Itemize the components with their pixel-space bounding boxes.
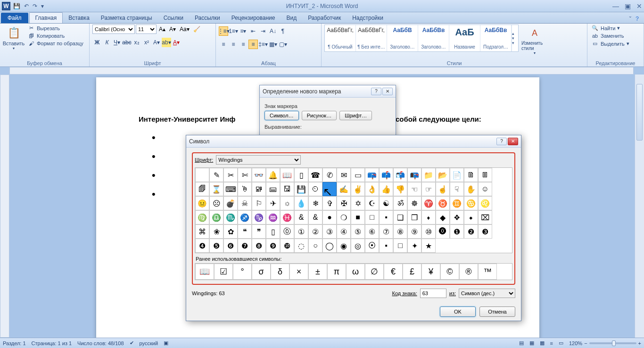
tab-insert[interactable]: Вставка [63, 13, 95, 23]
numbering-button[interactable]: 1≡▾ [229, 26, 238, 36]
zoom-thumb[interactable] [612, 340, 616, 346]
symbol-button[interactable]: Символ… [264, 111, 299, 120]
zoom-level[interactable]: 120% [569, 340, 582, 346]
sort-icon[interactable]: A↓ [268, 26, 278, 36]
dialog-titlebar[interactable]: Символ ?✕ [186, 135, 521, 148]
symbol-cell[interactable]: 📄 [450, 168, 464, 182]
symbol-cell[interactable]: ⌛ [209, 182, 223, 196]
clear-format-icon[interactable]: 🧹 [192, 26, 202, 33]
style-nospacing[interactable]: АаБбВвГг,¶ Без инте… [356, 25, 387, 51]
symbol-cell[interactable]: ✍ [337, 182, 351, 196]
symbol-cell[interactable]: 💧 [294, 196, 308, 210]
symbol-cell[interactable]: ☺ [478, 182, 492, 196]
symbol-cell[interactable]: 💾 [294, 182, 308, 196]
recent-symbol-cell[interactable]: © [440, 264, 459, 280]
replace-button[interactable]: abЗаменить [590, 33, 630, 39]
recent-symbol-cell[interactable]: σ [252, 264, 271, 280]
symbol-cell[interactable]: 👎 [393, 182, 407, 196]
symbol-cell[interactable]: ☸ [407, 196, 421, 210]
symbol-cell[interactable]: 🖳 [252, 182, 266, 196]
symbol-cell[interactable]: 🖫 [280, 182, 294, 196]
symbol-cell[interactable]: ▪ [379, 210, 393, 224]
symbol-cell[interactable]: 👓 [252, 168, 266, 182]
recent-symbol-cell[interactable]: δ [271, 264, 289, 280]
symbol-cell[interactable]: 🔔 [266, 168, 280, 182]
recent-symbol-cell[interactable]: π [327, 264, 346, 280]
recent-symbol-cell[interactable]: ☑ [214, 264, 233, 280]
help-icon[interactable]: ? [371, 88, 381, 95]
select-button[interactable]: ▭Выделить▾ [590, 40, 630, 47]
symbol-cell[interactable]: ⬧ [421, 210, 436, 224]
symbol-cell[interactable]: ⓪ [280, 224, 294, 239]
symbol-cell[interactable] [195, 168, 209, 182]
symbol-cell[interactable]: ⌧ [478, 210, 492, 224]
zoom-in-icon[interactable]: + [638, 340, 641, 346]
symbol-cell[interactable]: 🖴 [266, 182, 280, 196]
close-icon[interactable]: ✕ [636, 2, 642, 10]
recent-symbol-cell[interactable]: ° [233, 264, 252, 280]
view-draft-icon[interactable]: ▭ [559, 340, 563, 346]
symbol-cell[interactable]: ♑ [252, 210, 266, 224]
symbol-cell[interactable]: ▪ [379, 239, 393, 253]
superscript-button[interactable]: x² [142, 38, 151, 47]
symbol-cell[interactable]: ▯ [294, 168, 308, 182]
cut-button[interactable]: ✂Вырезать [26, 25, 84, 32]
font-button[interactable]: Шрифт… [339, 111, 372, 120]
symbol-cell[interactable]: ④ [337, 224, 351, 239]
symbol-cell[interactable]: ◌ [294, 239, 308, 253]
format-painter-button[interactable]: 🖌Формат по образцу [26, 40, 84, 47]
symbol-cell[interactable]: ❸ [478, 224, 492, 239]
dialog-titlebar[interactable]: Определение нового маркера ?✕ [260, 85, 396, 98]
symbol-cell[interactable]: □ [365, 210, 379, 224]
symbol-cell[interactable] [322, 182, 337, 196]
find-button[interactable]: 🔍Найти▾ [590, 25, 630, 32]
symbol-cell[interactable]: ★ [421, 239, 436, 253]
align-left-icon[interactable]: ≡ [219, 40, 228, 49]
symbol-cell[interactable]: ♏ [223, 210, 238, 224]
bullets-button[interactable]: ⋮≡▾ [219, 26, 228, 36]
tab-review[interactable]: Рецензирование [226, 13, 281, 23]
symbol-cell[interactable]: ❝ [238, 224, 252, 239]
code-input[interactable] [420, 289, 446, 298]
symbol-cell[interactable]: ♐ [238, 210, 252, 224]
symbol-cell[interactable]: & [308, 210, 322, 224]
picture-button[interactable]: Рисунок… [302, 111, 337, 120]
undo-icon[interactable]: ↶ [23, 3, 30, 9]
symbol-cell[interactable]: ☪ [365, 196, 379, 210]
gallery-up-icon[interactable]: ▴ [512, 31, 518, 36]
symbol-cell[interactable]: 🖰 [238, 182, 252, 196]
symbol-cell[interactable]: ⑧ [393, 224, 407, 239]
symbol-cell[interactable]: ☜ [407, 182, 421, 196]
align-center-icon[interactable]: ≡ [229, 40, 238, 49]
symbol-cell[interactable]: ⑨ [407, 224, 421, 239]
help-icon[interactable]: ? [496, 138, 507, 145]
status-page[interactable]: Страница: 1 из 1 [32, 340, 72, 346]
symbol-cell[interactable]: ♍ [195, 210, 209, 224]
symbol-cell[interactable]: & [294, 210, 308, 224]
symbol-cell[interactable]: 👌 [365, 182, 379, 196]
change-case-icon[interactable]: Aa▾ [178, 26, 191, 33]
symbol-cell[interactable]: ⚐ [252, 196, 266, 210]
symbol-cell[interactable]: ♉ [436, 196, 450, 210]
scrollbar-thumb[interactable] [636, 84, 643, 141]
font-size-select[interactable]: 11 [136, 25, 157, 34]
symbol-cell[interactable]: ♋ [464, 196, 478, 210]
symbol-cell[interactable]: ॐ [393, 196, 407, 210]
symbol-cell[interactable]: ❾ [266, 239, 280, 253]
symbol-cell[interactable]: ⑩ [421, 224, 436, 239]
status-words[interactable]: Число слов: 48/108 [77, 340, 124, 346]
symbol-cell[interactable]: ♓ [280, 210, 294, 224]
symbol-cell[interactable]: ☯ [379, 196, 393, 210]
macro-icon[interactable]: ▣ [164, 340, 168, 346]
symbol-cell[interactable]: ⓿ [436, 224, 450, 239]
minimize-ribbon-icon[interactable]: ˇ [629, 16, 631, 23]
close-icon[interactable]: ✕ [508, 138, 518, 145]
recent-symbol-cell[interactable]: ® [459, 264, 478, 280]
symbol-cell[interactable]: ❖ [450, 210, 464, 224]
symbol-cell[interactable]: 📬 [393, 168, 407, 182]
symbol-cell[interactable]: ❒ [407, 210, 421, 224]
symbol-cell[interactable]: ▭ [351, 168, 365, 182]
view-web-icon[interactable]: ▩ [540, 340, 545, 346]
recent-symbol-cell[interactable]: ¥ [421, 264, 440, 280]
symbol-cell[interactable]: ■ [351, 210, 365, 224]
